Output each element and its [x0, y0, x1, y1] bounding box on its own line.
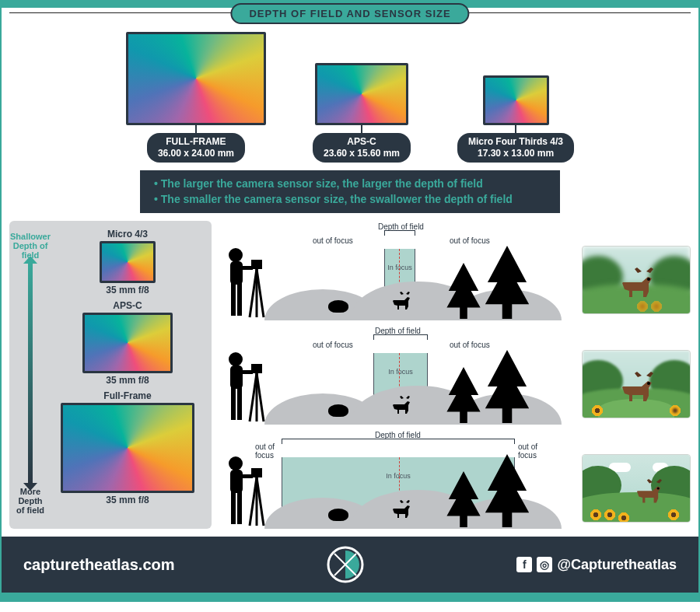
tree-icon	[443, 367, 484, 423]
sensor-label: Micro Four Thirds 4/3 17.30 x 13.00 mm	[457, 133, 574, 163]
svg-rect-15	[251, 364, 262, 373]
result-photo-fullframe	[582, 454, 691, 523]
svg-rect-5	[251, 260, 262, 269]
dof-bracket-icon	[384, 230, 415, 231]
svg-point-10	[229, 352, 243, 366]
connector-line	[361, 125, 362, 133]
hedgehog-icon	[328, 300, 348, 313]
svg-point-0	[229, 248, 243, 262]
svg-rect-14	[242, 370, 253, 374]
sensor-label: APS-C 23.60 x 15.60 mm	[313, 133, 411, 163]
moose-icon	[389, 499, 412, 519]
scene-diagram: Depth of field In focus out of focus out…	[219, 429, 574, 529]
result-photo-apsc	[582, 350, 691, 418]
tree-icon	[479, 454, 535, 527]
moose-icon	[618, 267, 657, 299]
scene-row-m43: Depth of field In focus out of focus out…	[219, 221, 691, 320]
key-bullets: • The larger the camera sensor size, the…	[140, 170, 560, 213]
scene-row-apsc: Depth of field In focus out of focus out…	[219, 325, 691, 425]
sensor-chip-icon	[82, 313, 173, 373]
header-rule: DEPTH OF FIELD AND SENSOR SIZE	[9, 12, 691, 13]
svg-point-20	[229, 456, 243, 470]
sensor-chip-icon	[483, 75, 549, 125]
photographer-icon	[219, 347, 271, 425]
scene-column: Depth of field In focus out of focus out…	[219, 221, 691, 529]
page-title: DEPTH OF FIELD AND SENSOR SIZE	[230, 3, 469, 24]
svg-rect-23	[237, 491, 242, 524]
connector-line	[515, 125, 516, 133]
svg-rect-22	[231, 491, 236, 524]
moose-icon	[389, 395, 412, 415]
tree-icon	[443, 263, 484, 319]
sensor-fullframe: FULL-FRAME 36.00 x 24.00 mm	[126, 32, 266, 163]
tree-icon	[479, 350, 535, 423]
sensor-dof-panel: Shallower Depth of field More Depth of f…	[9, 221, 212, 529]
sensor-chip-icon	[100, 241, 156, 283]
photographer-icon	[219, 451, 271, 529]
sensor-chip-icon	[315, 63, 408, 125]
svg-point-19	[647, 382, 650, 385]
hedgehog-icon	[328, 509, 348, 521]
footer: capturetheatlas.com f ◎ @Capturetheatlas	[2, 537, 698, 593]
svg-rect-1	[230, 261, 243, 285]
scene-row-fullframe: Depth of field In focus out of focus out…	[219, 429, 691, 529]
brand-logo-icon	[327, 546, 364, 583]
sensor-m43: Micro Four Thirds 4/3 17.30 x 13.00 mm	[457, 75, 574, 163]
svg-point-9	[647, 278, 650, 281]
tree-icon	[443, 471, 484, 527]
sensor-row-m43: Micro 4/3 35 mm f/8	[100, 229, 156, 296]
dof-bracket-icon	[282, 439, 515, 439]
dof-bracket-icon	[373, 334, 428, 335]
result-photo-m43	[582, 246, 691, 314]
facebook-icon: f	[516, 557, 532, 572]
bottom-accent-bar	[2, 593, 698, 600]
svg-point-29	[657, 488, 660, 490]
svg-rect-13	[237, 387, 242, 420]
svg-rect-12	[231, 387, 236, 420]
scene-diagram: Depth of field In focus out of focus out…	[219, 221, 574, 320]
sensor-row-apsc: APS-C 35 mm f/8	[82, 300, 173, 386]
moose-icon	[634, 478, 665, 505]
sensor-label: FULL-FRAME 36.00 x 24.00 mm	[147, 133, 245, 163]
double-arrow-icon	[28, 263, 33, 483]
svg-rect-21	[230, 470, 243, 493]
svg-rect-11	[230, 365, 243, 389]
scene-diagram: Depth of field In focus out of focus out…	[219, 325, 574, 425]
connector-line	[195, 125, 197, 133]
svg-rect-4	[242, 266, 253, 270]
instagram-icon: ◎	[537, 557, 552, 572]
svg-rect-2	[231, 283, 236, 316]
more-dof-label: More Depth of field	[16, 487, 45, 515]
sensor-chip-icon	[61, 403, 194, 493]
out-of-focus-label: out of focus	[313, 341, 353, 349]
sensor-apsc: APS-C 23.60 x 15.60 mm	[313, 63, 411, 163]
sensor-size-row: FULL-FRAME 36.00 x 24.00 mm APS-C 23.60 …	[9, 32, 691, 163]
footer-handle: f ◎ @Capturetheatlas	[516, 557, 677, 573]
moose-icon	[618, 371, 657, 404]
out-of-focus-label: out of focus	[450, 236, 490, 245]
sensor-chip-icon	[126, 32, 266, 125]
photographer-icon	[219, 243, 271, 320]
svg-rect-25	[251, 468, 262, 477]
footer-url: capturetheatlas.com	[23, 556, 175, 574]
tree-icon	[479, 246, 535, 319]
sensor-stack: Micro 4/3 35 mm f/8 APS-C 35 mm f/8 Full…	[50, 229, 205, 518]
dof-range-arrow: Shallower Depth of field More Depth of f…	[16, 229, 45, 518]
out-of-focus-label: out of focus	[313, 236, 353, 245]
svg-rect-3	[237, 283, 242, 316]
hedgehog-icon	[328, 404, 348, 417]
svg-rect-24	[242, 474, 253, 478]
sensor-row-fullframe: Full-Frame 35 mm f/8	[61, 390, 194, 505]
moose-icon	[389, 291, 412, 311]
out-of-focus-label: out of focus	[450, 341, 490, 349]
